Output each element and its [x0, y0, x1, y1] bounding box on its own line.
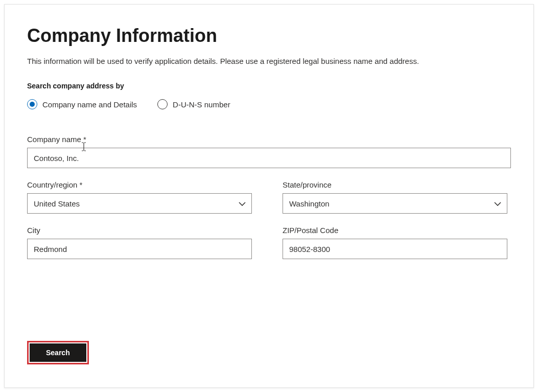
search-button-highlight: Search — [27, 341, 89, 364]
state-province-select[interactable]: Washington — [283, 193, 507, 214]
state-province-value: Washington — [289, 199, 330, 208]
radio-selected-icon — [27, 99, 37, 109]
company-name-input[interactable] — [27, 148, 511, 168]
country-region-label: Country/region * — [27, 180, 252, 189]
radio-label: Company name and Details — [42, 100, 137, 109]
page-title: Company Information — [27, 25, 511, 47]
company-name-label: Company name * — [27, 135, 511, 144]
city-input[interactable] — [27, 239, 252, 259]
search-by-label: Search company address by — [27, 82, 511, 90]
zip-label: ZIP/Postal Code — [283, 226, 507, 235]
radio-unselected-icon — [157, 99, 168, 109]
page-description: This information will be used to verify … — [27, 57, 511, 65]
radio-label: D-U-N-S number — [173, 100, 230, 109]
country-region-select[interactable]: United States — [27, 193, 252, 214]
search-by-radio-group: Company name and Details D-U-N-S number — [27, 99, 511, 109]
search-button[interactable]: Search — [30, 343, 86, 362]
company-information-form: Company Information This information wil… — [4, 4, 534, 388]
country-region-value: United States — [34, 199, 80, 208]
zip-input[interactable] — [283, 239, 507, 259]
city-label: City — [27, 226, 252, 235]
radio-duns-number[interactable]: D-U-N-S number — [157, 99, 230, 109]
state-province-label: State/province — [283, 180, 507, 189]
radio-company-name-details[interactable]: Company name and Details — [27, 99, 137, 109]
